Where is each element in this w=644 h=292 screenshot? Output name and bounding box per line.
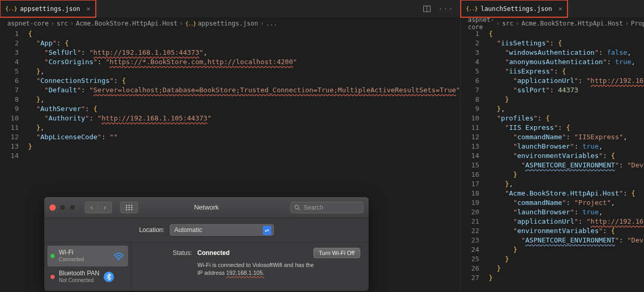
tab-bar: {..} launchSettings.json ×	[461, 0, 644, 18]
close-icon[interactable]: ×	[86, 5, 91, 13]
tab-label: appsettings.json	[20, 5, 81, 13]
minimize-button[interactable]	[59, 204, 66, 211]
split-editor-icon[interactable]	[423, 5, 431, 13]
show-all-button[interactable]	[120, 202, 138, 213]
location-select[interactable]: Automatic ▴▾	[170, 224, 274, 236]
tab-appsettings[interactable]: {..} appsettings.json ×	[0, 0, 96, 17]
network-preferences-window[interactable]: ‹ › Network Search Location: Automatic ▴…	[44, 197, 369, 291]
json-icon: {..}	[5, 5, 17, 12]
close-icon[interactable]: ×	[558, 5, 562, 13]
sidebar-item-bluetooth[interactable]: Bluetooth PAN Not Connected	[47, 266, 128, 287]
svg-point-6	[129, 206, 130, 208]
search-icon	[294, 204, 300, 211]
location-row: Location: Automatic ▴▾	[44, 218, 369, 242]
code-editor[interactable]: 1234567891011121314151617181920212223242…	[461, 29, 644, 292]
tab-bar: {..} appsettings.json × ···	[0, 0, 460, 18]
tab-label: launchSettings.json	[481, 5, 552, 13]
svg-point-8	[126, 209, 128, 210]
status-label: Status:	[140, 249, 192, 257]
svg-point-11	[295, 205, 299, 209]
back-button[interactable]: ‹	[85, 202, 98, 213]
window-controls	[49, 204, 75, 211]
sidebar-item-wifi[interactable]: Wi-Fi Connected	[47, 246, 128, 266]
titlebar: ‹ › Network Search	[44, 197, 369, 218]
svg-point-10	[131, 209, 133, 210]
json-icon: {..}	[466, 5, 478, 12]
close-button[interactable]	[49, 204, 56, 211]
tab-actions: ···	[423, 5, 460, 13]
svg-point-4	[131, 204, 133, 206]
bluetooth-icon	[104, 272, 114, 282]
svg-point-9	[129, 209, 130, 210]
svg-point-2	[126, 204, 128, 206]
location-label: Location:	[139, 226, 165, 234]
status-dot-icon	[50, 275, 55, 279]
svg-point-3	[129, 204, 130, 206]
svg-point-5	[126, 206, 128, 208]
chevron-updown-icon: ▴▾	[263, 226, 271, 235]
status-value: Connected	[197, 249, 230, 257]
wifi-icon	[112, 251, 125, 261]
zoom-button[interactable]	[69, 204, 75, 211]
breadcrumb[interactable]: aspnet-core› src› Acme.BookStore.HttpApi…	[461, 18, 644, 29]
svg-point-13	[118, 259, 120, 261]
svg-point-7	[131, 206, 133, 208]
window-title: Network	[194, 203, 219, 211]
turn-wifi-off-button[interactable]: Turn Wi-Fi Off	[313, 248, 360, 258]
breadcrumb[interactable]: aspnet-core› src› Acme.BookStore.HttpApi…	[0, 18, 460, 29]
search-input[interactable]: Search	[291, 202, 363, 213]
more-icon[interactable]: ···	[438, 5, 453, 13]
status-dot-icon	[50, 254, 55, 258]
tab-launchsettings[interactable]: {..} launchSettings.json ×	[461, 0, 568, 17]
status-detail: Wi-Fi is connected to VolosoftWifi and h…	[197, 261, 360, 277]
forward-button[interactable]: ›	[98, 202, 112, 213]
interface-sidebar: Wi-Fi Connected Bluetooth PAN Not Connec…	[44, 242, 132, 291]
interface-detail: Status: Connected Turn Wi-Fi Off Wi-Fi i…	[132, 242, 369, 291]
svg-line-12	[298, 209, 300, 210]
editor-pane-right: {..} launchSettings.json × aspnet-core› …	[461, 0, 644, 292]
